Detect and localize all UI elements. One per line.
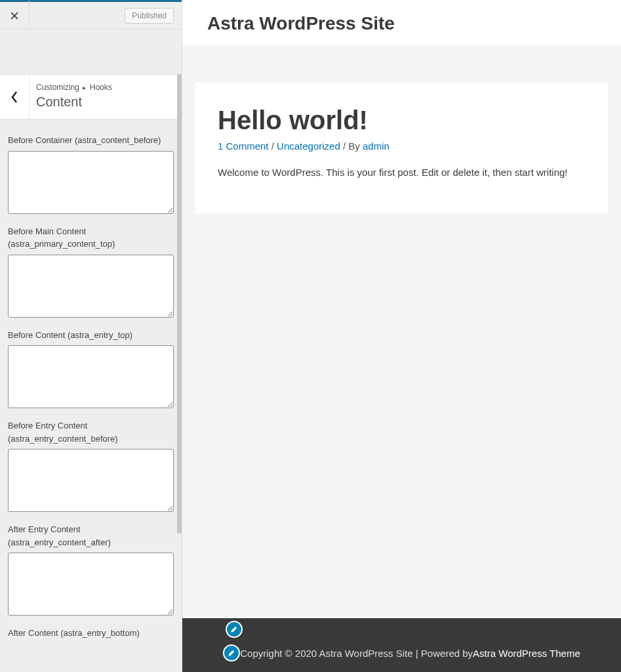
preview-pane: Astra WordPress Site Hello world! 1 Comm… [182,0,621,672]
post-body: Welcome to WordPress. This is your first… [218,165,586,180]
breadcrumb-section: Customizing ▸ Hooks Content [0,74,182,119]
field-before-entry-content: Before Entry Content (astra_entry_conten… [8,419,174,514]
meta-separator: / [269,140,277,152]
field-label: After Entry Content (astra_entry_content… [8,523,174,549]
hook-textarea[interactable] [8,553,174,616]
customizer-topbar: Published [0,0,182,30]
post-meta: 1 Comment / Uncategorized / By admin [218,140,586,152]
breadcrumb-root: Customizing [36,83,79,92]
close-icon [10,11,19,20]
preview-footer: Copyright © 2020 Astra WordPress Site | … [182,618,621,672]
customizer-panel: Published Customizing ▸ Hooks Content Be… [0,0,182,672]
controls-container: Before Container (astra_content_before) … [0,119,182,672]
pencil-icon [230,625,238,633]
pencil-icon [228,649,235,657]
hook-textarea[interactable] [8,255,174,318]
post-card: Hello world! 1 Comment / Uncategorized /… [195,82,608,213]
footer-theme-link[interactable]: Astra WordPress Theme [473,648,580,659]
panel-spacer [0,30,182,74]
site-title[interactable]: Astra WordPress Site [207,13,596,34]
hook-textarea[interactable] [8,449,174,512]
field-label: Before Container (astra_content_before) [8,134,174,147]
post-title[interactable]: Hello world! [218,106,586,135]
breadcrumb-title: Content [36,94,175,110]
breadcrumb-parent: Hooks [90,83,112,92]
edit-shortcut-button[interactable] [223,644,240,662]
comment-link[interactable]: 1 Comment [218,140,269,152]
field-after-entry-content: After Entry Content (astra_entry_content… [8,523,174,618]
field-label: Before Entry Content (astra_entry_conten… [8,419,174,445]
preview-spacer [195,213,608,607]
meta-byline: / By [340,140,363,152]
category-link[interactable]: Uncategorized [277,140,340,152]
scrollbar[interactable] [177,74,182,534]
edit-shortcut-button[interactable] [226,621,243,638]
field-label: Before Main Content (astra_primary_conte… [8,225,174,251]
publish-button[interactable]: Published [125,8,174,24]
field-before-content: Before Content (astra_entry_top) [8,329,174,411]
chevron-left-icon [10,91,19,104]
field-before-main-content: Before Main Content (astra_primary_conte… [8,225,174,320]
field-before-container: Before Container (astra_content_before) [8,134,174,216]
hook-textarea[interactable] [8,151,174,214]
hook-textarea[interactable] [8,345,174,408]
field-after-content: After Content (astra_entry_bottom) [8,627,174,640]
breadcrumb-separator-icon: ▸ [83,84,86,91]
close-button[interactable] [0,1,30,30]
preview-header: Astra WordPress Site [182,0,621,47]
footer-copyright: Copyright © 2020 Astra WordPress Site | … [240,648,473,659]
author-link[interactable]: admin [363,140,390,152]
breadcrumb-path: Customizing ▸ Hooks [36,83,175,92]
preview-main: Hello world! 1 Comment / Uncategorized /… [182,47,621,618]
footer-row: Copyright © 2020 Astra WordPress Site | … [195,644,608,662]
field-label: After Content (astra_entry_bottom) [8,627,174,640]
field-label: Before Content (astra_entry_top) [8,329,174,342]
breadcrumb-text: Customizing ▸ Hooks Content [30,75,182,119]
back-button[interactable] [0,75,30,119]
